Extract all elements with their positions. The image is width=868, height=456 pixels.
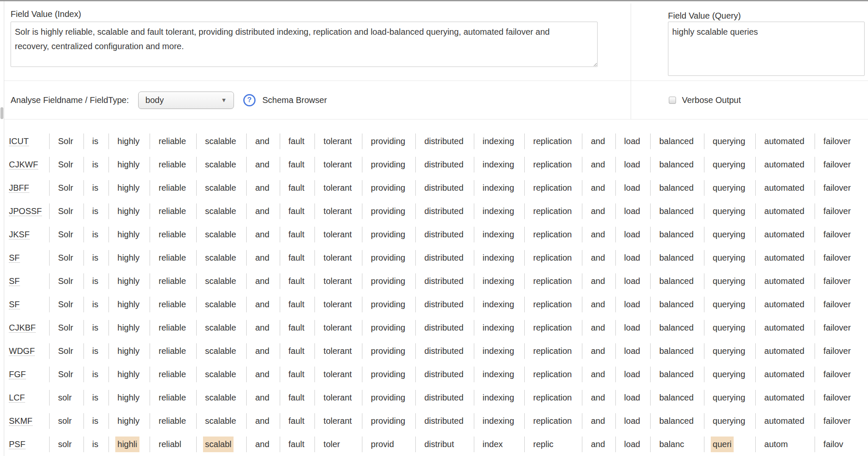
- token: highly: [117, 203, 139, 219]
- token: highly: [117, 390, 139, 406]
- help-icon[interactable]: ?: [243, 94, 256, 106]
- token-cell: balanced: [650, 203, 704, 219]
- token: load: [624, 180, 640, 196]
- token: highly: [117, 413, 139, 429]
- token-cell: is: [83, 227, 108, 242]
- token: balanced: [659, 413, 693, 429]
- analysis-row: SFSolrishighlyreliablescalableandfaultto…: [9, 273, 861, 289]
- token: balanced: [659, 297, 693, 312]
- token-cell: scalable: [196, 157, 246, 172]
- token: replication: [533, 133, 572, 149]
- analyzer-abbreviation[interactable]: WDGF: [9, 346, 35, 356]
- analyzer-abbreviation[interactable]: CJKBF: [9, 323, 36, 333]
- token-cell: balanced: [650, 180, 704, 196]
- analyzer-abbreviation[interactable]: SKMF: [9, 416, 33, 426]
- field-value-query-input[interactable]: highly scalable queries: [668, 22, 865, 76]
- fieldname-select[interactable]: body ▼: [138, 92, 234, 109]
- token-cell: replication: [524, 273, 582, 289]
- analysis-row: SFSolrishighlyreliablescalableandfaultto…: [9, 250, 861, 266]
- analyzer-abbreviation[interactable]: SF: [9, 300, 20, 309]
- token-cell: tolerant: [314, 180, 362, 196]
- token-cell: querying: [704, 413, 756, 429]
- token: scalable: [205, 250, 236, 266]
- verbose-output-label[interactable]: Verbose Output: [682, 95, 741, 105]
- token-cell: Solr: [49, 180, 83, 196]
- token-cell: is: [83, 390, 108, 406]
- token-cell: load: [615, 273, 651, 289]
- token-cell: querying: [704, 203, 756, 219]
- token-cell: balanced: [650, 320, 704, 336]
- token: Solr: [58, 343, 73, 359]
- token-cell: Solr: [49, 250, 83, 266]
- token: and: [591, 437, 605, 452]
- token-cell: scalable: [196, 343, 246, 359]
- token-cell: highly: [108, 367, 150, 382]
- token: reliable: [159, 227, 186, 242]
- token: tolerant: [323, 227, 352, 242]
- token: fault: [289, 273, 305, 289]
- sidebar-scrollbar-thumb[interactable]: [0, 107, 3, 119]
- analyzer-abbreviation[interactable]: SF: [9, 276, 20, 286]
- token-cell: Solr: [49, 273, 83, 289]
- token: Solr: [58, 203, 73, 219]
- analyzer-abbreviation[interactable]: FGF: [9, 370, 26, 379]
- token: automated: [764, 320, 804, 336]
- token-cell: Solr: [49, 367, 83, 382]
- verbose-output-checkbox[interactable]: [669, 97, 676, 104]
- token-cell: is: [83, 297, 108, 312]
- analyzer-abbreviation[interactable]: SF: [9, 253, 20, 263]
- fieldname-select-value: body: [145, 95, 164, 105]
- analyzer-abbreviation[interactable]: JPOSSF: [9, 206, 42, 216]
- token: indexing: [483, 157, 515, 172]
- token-cell: scalabl: [196, 437, 246, 452]
- token: providing: [371, 250, 405, 266]
- token-cell: balanced: [650, 297, 704, 312]
- analyzer-abbreviation[interactable]: JBFF: [9, 183, 29, 193]
- token: reliable: [159, 180, 186, 196]
- schema-browser-link[interactable]: Schema Browser: [262, 95, 327, 105]
- token-cell: highly: [108, 157, 150, 172]
- token: reliable: [159, 343, 186, 359]
- token: replication: [533, 320, 572, 336]
- token-cell: is: [83, 133, 108, 149]
- field-value-index-input[interactable]: Solr is highly reliable, scalable and fa…: [11, 22, 598, 67]
- token-cell: fault: [280, 157, 315, 172]
- token: tolerant: [323, 250, 352, 266]
- token: automated: [764, 273, 804, 289]
- token: indexing: [483, 390, 515, 406]
- analyzer-abbreviation[interactable]: JKSF: [9, 230, 30, 239]
- token-cell: reliable: [150, 413, 196, 429]
- token-cell: fault: [280, 413, 315, 429]
- token: automated: [764, 180, 804, 196]
- token: reliable: [159, 203, 186, 219]
- token-cell: distributed: [415, 343, 473, 359]
- analyzer-abbreviation[interactable]: LCF: [9, 393, 25, 403]
- token-cell: querying: [704, 297, 756, 312]
- token: replication: [533, 227, 572, 242]
- token-cell: and: [246, 367, 279, 382]
- analyzer-abbreviation[interactable]: ICUT: [9, 136, 29, 146]
- token: failov: [823, 437, 843, 452]
- token: querying: [713, 227, 746, 242]
- analyzer-abbreviation[interactable]: CJKWF: [9, 160, 38, 170]
- token: distributed: [424, 390, 463, 406]
- token-cell: providing: [362, 273, 415, 289]
- token: replication: [533, 390, 572, 406]
- token: scalable: [205, 367, 236, 382]
- token: automated: [764, 133, 804, 149]
- token: tolerant: [323, 133, 352, 149]
- token-cell: balanced: [650, 390, 704, 406]
- token-cell: highly: [108, 343, 150, 359]
- token-cell: distributed: [415, 227, 473, 242]
- token-cell: balanced: [650, 133, 704, 149]
- token: highly: [117, 250, 139, 266]
- analyzer-abbreviation-cell: WDGF: [9, 343, 49, 359]
- token-cell: tolerant: [314, 203, 362, 219]
- token-cell: solr: [49, 413, 83, 429]
- token: providing: [371, 227, 405, 242]
- token-cell: distributed: [415, 133, 473, 149]
- analyzer-abbreviation[interactable]: PSF: [9, 439, 25, 449]
- token-cell: failover: [815, 133, 861, 149]
- token: tolerant: [323, 297, 352, 312]
- token-cell: automated: [755, 297, 815, 312]
